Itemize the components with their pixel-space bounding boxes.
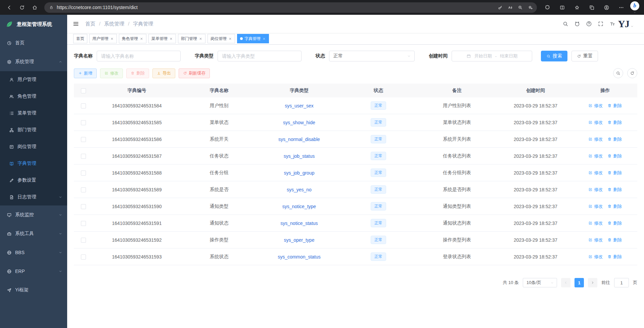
toolbar-导出[interactable]: 导出 <box>152 68 175 78</box>
sidebar-item-菜单管理[interactable]: 菜单管理 <box>0 105 67 122</box>
user-logo[interactable]: YJ <box>618 19 634 29</box>
extensions-button[interactable] <box>542 2 553 13</box>
prev-page-button[interactable] <box>561 278 570 287</box>
zoom-out-button[interactable] <box>515 3 525 12</box>
edit-row-button[interactable]: 修改 <box>588 220 603 226</box>
expand-button[interactable] <box>598 21 604 27</box>
sidebar-item-日志管理[interactable]: 日志管理 <box>0 189 67 205</box>
close-icon[interactable] <box>262 37 266 41</box>
browser-refresh-button[interactable] <box>16 2 28 13</box>
delete-row-button[interactable]: 删除 <box>607 203 622 209</box>
delete-row-button[interactable]: 删除 <box>607 120 622 126</box>
favorites-button[interactable] <box>571 2 583 13</box>
edit-row-button[interactable]: 修改 <box>588 103 603 109</box>
more-button[interactable] <box>615 2 627 13</box>
bing-sidebar-button[interactable]: b <box>630 1 639 14</box>
dict-type-link[interactable]: sys_user_sex <box>285 103 314 108</box>
sidebar-item-字典管理[interactable]: 字典管理 <box>0 155 67 172</box>
status-select[interactable]: 正常 <box>329 51 415 61</box>
edit-row-button[interactable]: 修改 <box>588 136 603 142</box>
toolbar-新增[interactable]: 新增 <box>74 68 97 78</box>
dict-name-input[interactable] <box>97 51 181 61</box>
browser-home-button[interactable] <box>29 2 40 13</box>
sidebar-item-ERP[interactable]: ERP <box>0 262 67 281</box>
question-button[interactable] <box>586 21 592 27</box>
sidebar-item-部门管理[interactable]: 部门管理 <box>0 122 67 138</box>
dict-type-link[interactable]: sys_show_hide <box>283 120 315 125</box>
page-number-button[interactable]: 1 <box>574 278 584 287</box>
dict-type-link[interactable]: sys_notice_type <box>282 204 316 209</box>
date-range-picker[interactable]: 开始日期 - 结束日期 <box>452 51 532 61</box>
sidebar-item-系统管理[interactable]: 系统管理 <box>0 52 67 71</box>
dict-type-link[interactable]: sys_normal_disable <box>278 137 320 142</box>
toolbar-删除[interactable]: 删除 <box>126 68 149 78</box>
close-icon[interactable] <box>228 37 232 41</box>
toolbar-修改[interactable]: 修改 <box>100 68 123 78</box>
close-icon[interactable] <box>169 37 173 41</box>
row-checkbox[interactable] <box>81 204 86 209</box>
delete-row-button[interactable]: 删除 <box>607 153 622 159</box>
sidebar-item-系统工具[interactable]: 系统工具 <box>0 224 67 243</box>
dict-type-input[interactable] <box>218 51 302 61</box>
address-bar[interactable]: https://ccnetcore.com:1101/system/dict <box>44 2 537 13</box>
collections-button[interactable] <box>586 2 597 13</box>
sidebar-item-系统监控[interactable]: 系统监控 <box>0 205 67 224</box>
edit-row-button[interactable]: 修改 <box>588 153 603 159</box>
dict-type-link[interactable]: sys_job_status <box>284 153 315 159</box>
search-button[interactable]: 搜索 <box>541 51 567 61</box>
github-button[interactable] <box>574 21 580 27</box>
key-button[interactable] <box>495 3 505 12</box>
tab-首页[interactable]: 首页 <box>73 34 87 43</box>
sidebar-item-首页[interactable]: 首页 <box>0 34 67 52</box>
sidebar-toggle-button[interactable] <box>73 20 79 27</box>
read-aloud-button[interactable] <box>505 3 515 12</box>
close-icon[interactable] <box>140 37 143 41</box>
tab-字典管理[interactable]: 字典管理 <box>237 34 269 43</box>
edit-row-button[interactable]: 修改 <box>588 120 603 126</box>
row-checkbox[interactable] <box>81 120 86 125</box>
edit-row-button[interactable]: 修改 <box>588 170 603 176</box>
select-all-checkbox[interactable] <box>81 88 86 93</box>
goto-page-input[interactable] <box>614 278 629 287</box>
delete-row-button[interactable]: 删除 <box>607 170 622 176</box>
tab-用户管理[interactable]: 用户管理 <box>89 34 117 43</box>
edit-row-button[interactable]: 修改 <box>588 203 603 209</box>
browser-back-button[interactable] <box>3 2 15 13</box>
dict-type-link[interactable]: sys_common_status <box>278 254 321 260</box>
delete-row-button[interactable]: 删除 <box>607 254 622 260</box>
dict-type-link[interactable]: sys_job_group <box>284 170 314 176</box>
edit-row-button[interactable]: 修改 <box>588 237 603 243</box>
delete-row-button[interactable]: 删除 <box>607 136 622 142</box>
edit-row-button[interactable]: 修改 <box>588 254 603 260</box>
row-checkbox[interactable] <box>81 171 86 176</box>
delete-row-button[interactable]: 删除 <box>607 237 622 243</box>
row-checkbox[interactable] <box>81 187 86 192</box>
toolbar-刷新缓存[interactable]: 刷新缓存 <box>179 68 210 78</box>
search-button[interactable] <box>613 68 623 78</box>
sidebar-item-BBS[interactable]: BBS <box>0 243 67 262</box>
split-screen-button[interactable] <box>556 2 568 13</box>
sidebar-item-角色管理[interactable]: 角色管理 <box>0 88 67 105</box>
font-size-button[interactable] <box>609 21 615 27</box>
row-checkbox[interactable] <box>81 103 86 108</box>
edit-row-button[interactable]: 修改 <box>588 187 603 193</box>
dict-type-link[interactable]: sys_oper_type <box>284 237 314 243</box>
sidebar-item-用户管理[interactable]: 用户管理 <box>0 71 67 88</box>
refresh-button[interactable] <box>627 68 637 78</box>
breadcrumb-字典管理[interactable]: 字典管理 <box>124 21 153 27</box>
delete-row-button[interactable]: 删除 <box>607 187 622 193</box>
dict-type-link[interactable]: sys_yes_no <box>287 187 312 192</box>
row-checkbox[interactable] <box>81 238 86 243</box>
profile-button[interactable] <box>601 2 612 13</box>
row-checkbox[interactable] <box>81 137 86 142</box>
breadcrumb-系统管理[interactable]: 系统管理 <box>95 21 124 27</box>
tab-角色管理[interactable]: 角色管理 <box>119 34 146 43</box>
star-plus-button[interactable] <box>525 3 535 12</box>
delete-row-button[interactable]: 删除 <box>607 220 622 226</box>
tab-部门管理[interactable]: 部门管理 <box>178 34 205 43</box>
row-checkbox[interactable] <box>81 154 86 159</box>
sidebar-item-参数设置[interactable]: 参数设置 <box>0 172 67 189</box>
breadcrumb-首页[interactable]: 首页 <box>85 21 95 27</box>
page-size-select[interactable]: 10条/页 <box>523 278 557 287</box>
sidebar-item-Yi框架[interactable]: Yi框架 <box>0 281 67 299</box>
